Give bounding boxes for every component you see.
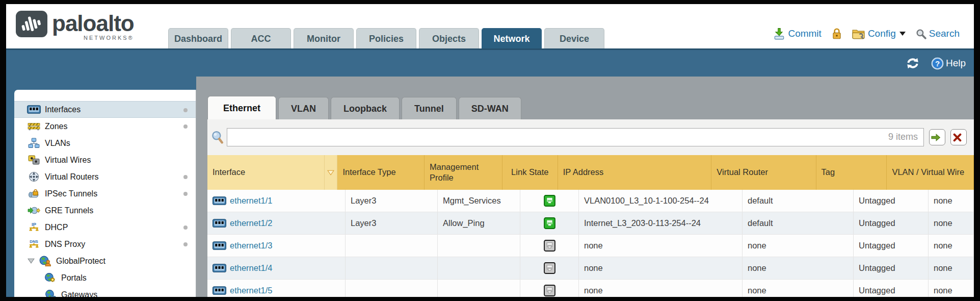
link-up-icon — [544, 195, 555, 207]
column-label: VLAN / Virtual Wire — [892, 167, 973, 178]
tab-tunnel[interactable]: Tunnel — [402, 97, 457, 119]
sort-dropdown-button[interactable] — [325, 155, 338, 190]
table-row-ethernet1-2[interactable]: ethernet1/2Layer3Allow_PingInternet_L3_2… — [207, 212, 974, 235]
nav-tab-network[interactable]: Network — [482, 28, 542, 48]
ethernet-panel: 9 items InterfaceInterface TypeManagemen… — [207, 119, 974, 297]
nav-tab-acc[interactable]: ACC — [231, 28, 291, 48]
interface-link[interactable]: ethernet1/3 — [230, 241, 272, 250]
sidebar-item-interfaces[interactable]: Interfaces — [14, 101, 196, 118]
tab-vlan[interactable]: VLAN — [278, 97, 329, 119]
table-body: ethernet1/1Layer3Mgmt_ServicesVLAN0100_L… — [207, 190, 974, 297]
sidebar-item-virtual-routers[interactable]: Virtual Routers — [14, 168, 196, 185]
sidebar-item-label: VLANs — [45, 139, 70, 148]
link-state-cell — [520, 212, 579, 234]
commit-button[interactable]: Commit — [773, 28, 821, 40]
column-header-interface-type[interactable]: Interface Type — [337, 155, 425, 190]
item-dot — [183, 124, 188, 129]
lock-icon[interactable] — [832, 28, 842, 40]
interface-type-cell: Layer3 — [346, 190, 438, 212]
nav-tab-device[interactable]: Device — [544, 28, 604, 48]
nav-tab-dashboard[interactable]: Dashboard — [168, 28, 228, 48]
sidebar-item-gre-tunnels[interactable]: GRE Tunnels — [14, 202, 196, 219]
interfaces-icon — [213, 219, 226, 228]
cell-value: VLAN0100_L3_10-1-100-254--24 — [584, 196, 709, 206]
search-label: Search — [929, 28, 960, 39]
help-button[interactable]: ? Help — [931, 57, 966, 70]
search-button[interactable]: Search — [916, 28, 960, 39]
ip-address-cell: none — [579, 235, 743, 257]
tag-cell: Untagged — [854, 212, 929, 234]
help-icon: ? — [931, 57, 944, 70]
cell-value: Untagged — [859, 241, 895, 250]
cell-value: Untagged — [859, 196, 895, 206]
refresh-icon[interactable] — [906, 58, 920, 69]
cell-value: none — [584, 263, 603, 273]
tag-cell: Untagged — [854, 280, 929, 297]
cell-value: none — [934, 196, 952, 206]
cell-value: none — [934, 218, 952, 228]
table-row-ethernet1-4[interactable]: ethernet1/4nonenoneUntaggednone — [207, 257, 974, 280]
table-row-ethernet1-5[interactable]: ethernet1/5nonenoneUntaggednone — [207, 280, 974, 297]
sidebar-item-vlans[interactable]: VLANs — [14, 135, 196, 152]
interface-link[interactable]: ethernet1/4 — [230, 263, 272, 273]
table-row-ethernet1-1[interactable]: ethernet1/1Layer3Mgmt_ServicesVLAN0100_L… — [207, 190, 974, 212]
column-header-vlan-virtual-wire[interactable]: VLAN / Virtual Wire — [887, 155, 974, 190]
interfaces-icon — [213, 264, 226, 272]
config-menu-button[interactable]: Config — [852, 28, 906, 39]
nav-tab-objects[interactable]: Objects — [419, 28, 479, 48]
tab-loopback[interactable]: Loopback — [331, 97, 400, 119]
svg-text:IP: IP — [32, 222, 36, 227]
cell-value: none — [934, 286, 952, 295]
column-header-ip-address[interactable]: IP Address — [558, 155, 712, 190]
content-area: InterfacesZonesVLANsVirtual WiresVirtual… — [6, 77, 974, 297]
column-header-link-state[interactable]: Link State — [502, 155, 558, 190]
vlan-wire-cell: none — [929, 212, 974, 234]
table-row-ethernet1-3[interactable]: ethernet1/3nonenoneUntaggednone — [207, 235, 974, 257]
item-dot — [183, 108, 188, 112]
sidebar-item-dns-proxy[interactable]: DNSDNS Proxy — [14, 236, 196, 253]
sidebar-item-label: Virtual Routers — [45, 172, 99, 182]
tag-cell: Untagged — [854, 235, 929, 257]
tab-sd-wan[interactable]: SD-WAN — [459, 97, 521, 119]
interface-type-cell: Layer3 — [346, 212, 438, 234]
column-header-management-profile[interactable]: Management Profile — [425, 155, 502, 190]
sidebar-item-gateways[interactable]: Gateways — [14, 286, 196, 297]
nav-tab-policies[interactable]: Policies — [356, 28, 416, 48]
sidebar-item-label: Zones — [45, 122, 67, 131]
sidebar-item-ipsec-tunnels[interactable]: IPSec Tunnels — [14, 185, 196, 202]
sort-dropdown-icon — [327, 170, 334, 175]
panos-app-window: paloalto NETWORKS® DashboardACCMonitorPo… — [6, 4, 974, 297]
cell-value: Mgmt_Services — [443, 196, 501, 206]
nav-tab-monitor[interactable]: Monitor — [294, 28, 354, 48]
interface-link[interactable]: ethernet1/1 — [230, 196, 272, 206]
interface-link[interactable]: ethernet1/5 — [230, 286, 272, 295]
ip-address-cell: none — [579, 280, 743, 297]
sidebar-item-virtual-wires[interactable]: Virtual Wires — [14, 152, 196, 168]
sidebar-item-label: GlobalProtect — [56, 257, 105, 266]
column-header-tag[interactable]: Tag — [816, 155, 887, 190]
vlan-wire-cell: none — [929, 190, 974, 212]
sidebar-item-zones[interactable]: Zones — [14, 118, 196, 135]
tab-ethernet[interactable]: Ethernet — [207, 96, 276, 119]
interface-type-tabs: EthernetVLANLoopbackTunnelSD-WAN — [207, 96, 974, 119]
config-label: Config — [868, 28, 896, 39]
column-header-virtual-router[interactable]: Virtual Router — [711, 155, 816, 190]
clear-filter-button[interactable] — [950, 129, 967, 145]
secondary-toolbar: ? Help — [6, 48, 974, 77]
management-profile-cell — [438, 235, 520, 257]
sidebar-item-dhcp[interactable]: IPDHCP — [14, 219, 196, 236]
main-panel: EthernetVLANLoopbackTunnelSD-WAN 9 items — [196, 77, 974, 297]
primary-nav-tabs: DashboardACCMonitorPoliciesObjectsNetwor… — [168, 28, 604, 48]
column-label: Interface Type — [342, 167, 395, 178]
green-arrow-icon — [931, 134, 941, 141]
ip-address-cell: Internet_L3_203-0-113-254--24 — [579, 212, 743, 234]
interface-link[interactable]: ethernet1/2 — [230, 218, 272, 228]
sidebar-item-portals[interactable]: Portals — [14, 269, 196, 286]
column-header-interface[interactable]: Interface — [207, 155, 325, 190]
apply-filter-button[interactable] — [929, 129, 945, 145]
help-label: Help — [946, 58, 966, 69]
vlan-wire-cell: none — [929, 280, 974, 297]
sidebar-item-globalprotect[interactable]: GlobalProtect — [14, 253, 196, 269]
sidebar-item-label: Virtual Wires — [45, 156, 91, 165]
filter-input[interactable] — [227, 128, 924, 146]
